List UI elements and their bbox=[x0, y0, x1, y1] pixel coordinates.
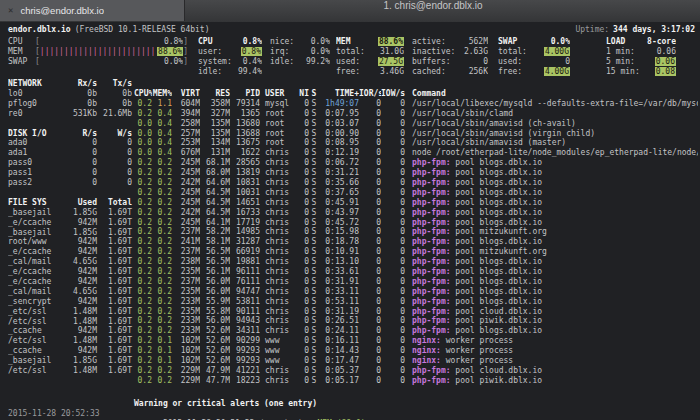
filesystem-panel: FILE SYSUsedTotal_basejail1.85G1.69T_e/c… bbox=[8, 198, 132, 376]
tab-close-icon[interactable]: ✕ bbox=[8, 6, 13, 15]
gauge-swap: SWAP[0.0%] bbox=[8, 57, 188, 67]
process-row: 0.20.2237M56.5M66919chris0S0:10.9100php-… bbox=[134, 247, 698, 257]
network-row: re0531Kb21.6Mb bbox=[8, 109, 132, 119]
process-row: 0.20.4394M327M1365root0S0:07.9500/usr/lo… bbox=[134, 109, 698, 119]
disk-row-header: DISK I/OR/sW/s bbox=[8, 129, 132, 139]
gauge-cpu: CPU[0.8%] bbox=[8, 37, 188, 47]
process-row: 0.20.2242M64.5M16733chris0S0:43.9700php-… bbox=[134, 208, 698, 218]
terminal-viewport[interactable]: endor.dblx.io(FreeBSD 10.1-RELEASE 64bit… bbox=[0, 22, 700, 420]
process-row: 0.20.2233M56.0M94943chris0S0:26.5100php-… bbox=[134, 316, 698, 326]
load-stat-row: 1 min:0.06 bbox=[606, 47, 680, 57]
sidebar: NETWORKRx/sTx/slo00b0bpflog00b0bre0531Kb… bbox=[8, 79, 132, 386]
filesystem-row-header: FILE SYSUsedTotal bbox=[8, 198, 132, 208]
alerts-title: Warning or critical alerts (one entry) bbox=[134, 399, 317, 409]
process-row: 0.20.2237M56.0M76111chris0S0:31.9100php-… bbox=[134, 277, 698, 287]
filesystem-row: root/www942M1.69T bbox=[8, 237, 132, 247]
filesystem-row: _e/ccache942M1.69T bbox=[8, 218, 132, 228]
glances-header: endor.dblx.io(FreeBSD 10.1-RELEASE 64bit… bbox=[8, 25, 695, 35]
process-row: 0.00.4676M131M1622chris0S0:12.1900node /… bbox=[134, 148, 698, 158]
filesystem-row: _e/ccache942M1.69T bbox=[8, 267, 132, 277]
process-row: 0.00.4258M135M13680root0S0:03.0700/usr/l… bbox=[134, 119, 698, 129]
os-version: (FreeBSD 10.1-RELEASE 64bit) bbox=[75, 25, 210, 34]
cpu-stat-row: system:0.4%idle:99.2% bbox=[198, 57, 334, 67]
mem-stat-row: free:3.46Gcached:256K bbox=[336, 67, 492, 77]
process-row: 0.20.1102M52.6M99293www0S0:14.4300nginx:… bbox=[134, 346, 698, 356]
mem-stat-row: MEM88.6%active:562M bbox=[336, 37, 492, 47]
clock: 2015-11-28 20:52:33 bbox=[8, 409, 100, 419]
process-row: 0.20.1102M52.6M99293www0S0:17.4700nginx:… bbox=[134, 356, 698, 366]
filesystem-row: _e/ccache942M1.69T bbox=[8, 247, 132, 257]
process-row: 0.20.2245M64.5M10031chris0S0:37.6500php-… bbox=[134, 188, 698, 198]
cpu-summary: CPU0.8%nice:0.0%user:0.8%irq:0.0%system:… bbox=[198, 37, 334, 77]
mem-stat-row: total:31.0Ginactive:2.63G bbox=[336, 47, 492, 57]
uptime-line: Uptime:344 days, 3:17:02 bbox=[575, 25, 695, 35]
load-stat-row: LOAD8-core bbox=[606, 37, 680, 47]
process-row: 0.20.2245M64.5M14651chris0S0:45.9100php-… bbox=[134, 198, 698, 208]
process-row: 0.20.2233M55.9M53811chris0S0:53.1100php-… bbox=[134, 297, 698, 307]
filesystem-row: _basejail1.85G1.69T bbox=[8, 208, 132, 218]
filesystem-row: _sencrypt942M1.69T bbox=[8, 297, 132, 307]
cpu-stat-row: CPU0.8%nice:0.0% bbox=[198, 37, 334, 47]
disk-row: ada100 bbox=[8, 148, 132, 158]
filesystem-row: _basejail1.85G1.69T bbox=[8, 228, 132, 238]
network-row: lo00b0b bbox=[8, 89, 132, 99]
process-row: 0.20.2233M52.6M34311chris0S0:24.1100php-… bbox=[134, 326, 698, 336]
disk-io-panel: DISK I/OR/sW/sada000ada100pass000pass100… bbox=[8, 129, 132, 188]
filesystem-row: _cal/mail4.65G1.69T bbox=[8, 257, 132, 267]
load-summary: LOAD8-core1 min:0.065 min:0.0615 min:0.0… bbox=[606, 37, 680, 77]
filesystem-row: _ccache942M1.69T bbox=[8, 346, 132, 356]
network-row: pflog00b0b bbox=[8, 99, 132, 109]
process-row: 0.20.1102M52.6M90299www0S0:16.1100nginx:… bbox=[134, 336, 698, 346]
filesystem-row: _e/ccache942M1.69T bbox=[8, 277, 132, 287]
filesystem-row: /etc/ssl1.48M1.69T bbox=[8, 317, 132, 327]
process-row: 0.20.2242M64.6M10831chris0S0:35.6600php-… bbox=[134, 178, 698, 188]
network-row-header: NETWORKRx/sTx/s bbox=[8, 79, 132, 89]
process-row: 0.20.2235M56.0M94747chris0S0:33.1100php-… bbox=[134, 287, 698, 297]
gauge-mem: MEM[|||||||||||||||||||||||||||88.6%] bbox=[8, 47, 188, 57]
swap-stat-row: total:4.00G bbox=[498, 47, 574, 57]
filesystem-row: _cal/mail4.65G1.69T bbox=[8, 287, 132, 297]
disk-row: pass200 bbox=[8, 178, 132, 188]
uptime-label: Uptime: bbox=[575, 25, 609, 34]
filesystem-row: /etc/ssl1.48M1.69T bbox=[8, 336, 132, 346]
mem-summary: MEM88.6%active:562Mtotal:31.0Ginactive:2… bbox=[336, 37, 492, 77]
filesystem-row: _etc/ssl1.48M1.69T bbox=[8, 307, 132, 317]
process-row: 0.20.2241M58.1M31287chris0S0:18.7800php-… bbox=[134, 237, 698, 247]
process-row: 0.20.2245M68.1M28565chris0S0:06.7200php-… bbox=[134, 158, 698, 168]
hostname: endor.dblx.io bbox=[8, 25, 71, 34]
process-table: CPU%MEM%VIRTRESPIDUSERNISTIME+IOR/sIOW/s… bbox=[134, 89, 698, 386]
process-row: 0.20.2237M58.2M14985chris0S0:15.9800php-… bbox=[134, 227, 698, 237]
swap-stat-row: free:4.00G bbox=[498, 67, 574, 77]
process-row: 0.20.2245M64.1M17719chris0S0:45.7200php-… bbox=[134, 218, 698, 228]
cpu-stat-row: user:0.8%irq:0.0% bbox=[198, 47, 334, 57]
disk-row: ada000 bbox=[8, 138, 132, 148]
mem-stat-row: used:27.5Gbuffers:0 bbox=[336, 57, 492, 67]
process-row: 0.00.4253M134M13675root0S0:08.9500/usr/l… bbox=[134, 138, 698, 148]
process-row: 0.20.2245M68.0M13819chris0S0:31.2100php-… bbox=[134, 168, 698, 178]
filesystem-row: /etc/ssl1.48M1.69T bbox=[8, 366, 132, 376]
load-stat-row: 5 min:0.06 bbox=[606, 57, 680, 67]
alert-entry: 2015-11-28 20:51:23(ongoing) -MEM (88.0) bbox=[134, 409, 366, 419]
load-stat-row: 15 min:0.08 bbox=[606, 67, 680, 77]
disk-row: pass000 bbox=[8, 158, 132, 168]
process-row: 0.20.2235M56.1M96111chris0S0:33.6100php-… bbox=[134, 267, 698, 277]
swap-summary: SWAP0.0%total:4.00Gused:0free:4.00G bbox=[498, 37, 574, 77]
process-row: 0.21.1604M358M79314mysql0S1h49:0700/usr/… bbox=[134, 99, 698, 109]
window-title: 1. chris@endor.dblx.io bbox=[170, 0, 696, 22]
process-table-header: CPU%MEM%VIRTRESPIDUSERNISTIME+IOR/sIOW/s… bbox=[134, 89, 698, 99]
process-row: 0.20.2229M47.7M18223chris0S0:05.1700php-… bbox=[134, 376, 698, 386]
swap-stat-row: SWAP0.0% bbox=[498, 37, 574, 47]
terminal-tab[interactable]: ✕ chris@endor.dblx.io bbox=[0, 0, 185, 21]
host-line: endor.dblx.io(FreeBSD 10.1-RELEASE 64bit… bbox=[8, 25, 209, 35]
cpu-stat-row: idle:99.4% bbox=[198, 67, 334, 77]
terminal-window: ✕ chris@endor.dblx.io 1. chris@endor.dbl… bbox=[0, 0, 700, 420]
uptime-value: 344 days, 3:17:02 bbox=[613, 25, 695, 34]
process-row: 0.20.2229M47.9M41221chris0S0:05.3700php-… bbox=[134, 366, 698, 376]
process-row: 0.20.2235M55.8M90111chris0S0:31.1900php-… bbox=[134, 307, 698, 317]
filesystem-row: _basejail1.85G1.69T bbox=[8, 356, 132, 366]
filesystem-row: _ccache942M1.69T bbox=[8, 326, 132, 336]
titlebar: ✕ chris@endor.dblx.io 1. chris@endor.dbl… bbox=[0, 0, 700, 23]
tasks-summary: TASKS238 (494 thr), 1 run, 237 slp, 0 ot… bbox=[134, 79, 698, 89]
process-row: 0.00.4257M135M13688root0S0:00.9000/usr/l… bbox=[134, 129, 698, 139]
process-row: 0.20.2238M56.5M19881chris0S0:13.1000php-… bbox=[134, 257, 698, 267]
